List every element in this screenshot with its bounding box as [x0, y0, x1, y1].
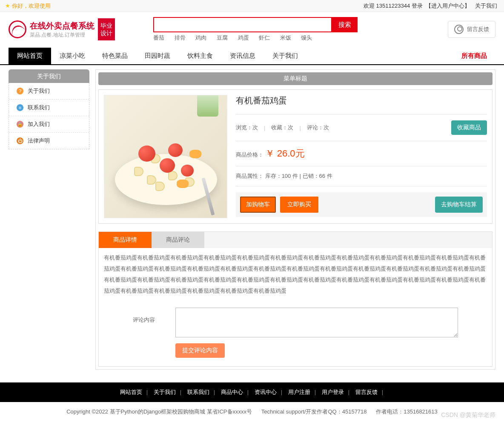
topbar: ★你好，欢迎使用 欢迎 13511223344 登录 【进入用户中心】 关于我们: [0, 0, 504, 12]
attr-row: 商品属性： 库存：100 件 | 已销：66 件: [236, 172, 487, 180]
logo-area[interactable]: 在线外卖点餐系统 菜品.点餐.地址.订单管理 毕业设计: [9, 18, 153, 40]
logo-text: 在线外卖点餐系统 菜品.点餐.地址.订单管理: [30, 20, 94, 39]
section-title: 菜单标题: [98, 72, 493, 85]
user-center-link[interactable]: 【进入用户中心】: [426, 3, 470, 9]
feedback-button[interactable]: 留言反馈: [448, 21, 495, 38]
comments-label: 评论：次: [307, 124, 329, 131]
product-info: 有机番茄鸡蛋 浏览：次 | 收藏：次 | 评论：次 收藏商品 商品价格： ￥ 2…: [236, 95, 487, 218]
site-subtitle: 菜品.点餐.地址.订单管理: [30, 31, 94, 39]
tab-comments[interactable]: 商品评论: [152, 232, 204, 248]
footer-link[interactable]: 用户登录: [322, 389, 344, 395]
product-image: [104, 95, 227, 218]
nav-item[interactable]: 特色菜品: [94, 48, 136, 64]
sidebar-item-label: 加入我们: [28, 120, 50, 128]
badge: 毕业设计: [98, 18, 115, 40]
welcome-text: ★你好，欢迎使用: [5, 0, 51, 11]
feedback-label: 留言反馈: [467, 26, 489, 33]
sidebar-title: 关于我们: [9, 69, 89, 83]
copyright-text: Copyright ©2022 基于Python的Django框架校园购物商城 …: [66, 408, 252, 415]
hotword[interactable]: 馒头: [301, 34, 312, 41]
hotword[interactable]: 米饭: [280, 34, 291, 41]
sidebar-item-label: 关于我们: [28, 87, 50, 95]
headset-icon: [454, 25, 464, 34]
price-value: ￥ 26.0元: [265, 148, 305, 159]
stock-value: 库存：100 件: [265, 173, 298, 179]
product-name: 有机番茄鸡蛋: [236, 95, 487, 106]
product-box: 有机番茄鸡蛋 浏览：次 | 收藏：次 | 评论：次 收藏商品 商品价格： ￥ 2…: [98, 89, 493, 224]
logo-icon: [9, 20, 26, 38]
footer-info: Copyright ©2022 基于Python的Django框架校园购物商城 …: [0, 402, 504, 422]
nav-home[interactable]: 网站首页: [9, 48, 51, 64]
sidebar: 关于我们 ?关于我们 ≡联系我们 🔒加入我们 ⏻法律声明: [9, 69, 89, 370]
favs-label: 收藏：次: [271, 124, 293, 131]
power-icon: ⏻: [17, 137, 23, 144]
product-description: 有机番茄鸡蛋有机番茄鸡蛋有机番茄鸡蛋有机番茄鸡蛋有机番茄鸡蛋有机番茄鸡蛋有机番茄…: [99, 248, 492, 301]
footer-link[interactable]: 留言反馈: [355, 389, 378, 395]
hotword[interactable]: 豆腐: [217, 34, 228, 41]
all-products-link[interactable]: 所有商品: [453, 48, 495, 64]
go-cart-button[interactable]: 去购物车结算: [435, 197, 483, 213]
stats-row: 浏览：次 | 收藏：次 | 评论：次 收藏商品: [236, 120, 487, 135]
sidebar-item-about[interactable]: ?关于我们: [9, 83, 89, 100]
welcome-user: 欢迎 13511223344 登录: [364, 3, 423, 9]
views-label: 浏览：次: [236, 124, 258, 131]
support-text: Technical support/开发作者QQ：45157718: [261, 408, 367, 415]
nav-item[interactable]: 凉菜小吃: [51, 48, 94, 64]
hotword[interactable]: 鸡肉: [195, 34, 206, 41]
comment-form: 评论内容 提交评论内容: [99, 301, 492, 366]
sidebar-item-legal[interactable]: ⏻法律声明: [9, 133, 89, 149]
hotword[interactable]: 虾仁: [259, 34, 270, 41]
hotword[interactable]: 排骨: [175, 34, 186, 41]
main-content: 菜单标题 有机番茄鸡蛋 浏览：次 | 收藏：次: [95, 69, 495, 370]
search-button[interactable]: 搜索: [332, 17, 358, 32]
comment-textarea[interactable]: [175, 308, 458, 337]
footer-nav: 网站首页| 关于我们| 联系我们| 商品中心| 资讯中心| 用户注册| 用户登录…: [0, 382, 504, 402]
footer-link[interactable]: 网站首页: [120, 389, 142, 395]
sidebar-item-label: 法律声明: [28, 137, 50, 145]
hotword[interactable]: 鸡蛋: [238, 34, 249, 41]
info-icon: ?: [17, 88, 23, 94]
button-row: 加购物车 立即购买 去购物车结算: [236, 192, 487, 217]
sidebar-item-contact[interactable]: ≡联系我们: [9, 100, 89, 116]
detail-box: 商品详情 商品评论 有机番茄鸡蛋有机番茄鸡蛋有机番茄鸡蛋有机番茄鸡蛋有机番茄鸡蛋…: [98, 231, 493, 367]
footer-link[interactable]: 关于我们: [154, 389, 176, 395]
favorite-button[interactable]: 收藏商品: [451, 120, 487, 135]
star-icon: ★: [5, 0, 10, 12]
tabs: 商品详情 商品评论: [99, 232, 492, 248]
lock-icon: 🔒: [17, 121, 23, 128]
footer-link[interactable]: 商品中心: [221, 389, 243, 395]
nav-item[interactable]: 关于我们: [264, 48, 306, 64]
nav-item[interactable]: 田园时蔬: [136, 48, 179, 64]
search-input[interactable]: [153, 17, 332, 32]
comment-label: 评论内容: [133, 308, 175, 324]
hotwords: 番茄 排骨 鸡肉 豆腐 鸡蛋 虾仁 米饭 馒头: [153, 34, 448, 42]
about-link[interactable]: 关于我们: [475, 3, 497, 9]
footer-link[interactable]: 资讯中心: [255, 389, 277, 395]
submit-comment-button[interactable]: 提交评论内容: [175, 343, 225, 358]
sidebar-item-join[interactable]: 🔒加入我们: [9, 116, 89, 133]
buy-now-button[interactable]: 立即购买: [280, 197, 318, 213]
footer-link[interactable]: 联系我们: [187, 389, 209, 395]
sidebar-item-label: 联系我们: [28, 104, 50, 111]
attr-label: 商品属性：: [236, 173, 263, 179]
site-title: 在线外卖点餐系统: [30, 20, 94, 31]
watermark: CSDN @黄菊华老师: [441, 411, 495, 419]
sold-value: 已销：66 件: [303, 173, 332, 179]
phone-text: 作者电话：13516821613: [376, 408, 438, 415]
nav-item[interactable]: 饮料主食: [179, 48, 221, 64]
tab-detail[interactable]: 商品详情: [99, 232, 152, 248]
footer-link[interactable]: 用户注册: [288, 389, 310, 395]
add-cart-button[interactable]: 加购物车: [240, 197, 276, 213]
nav-item[interactable]: 资讯信息: [221, 48, 264, 64]
price-row: 商品价格： ￥ 26.0元: [236, 147, 487, 160]
hotword[interactable]: 番茄: [153, 34, 164, 41]
search-area: 搜索 番茄 排骨 鸡肉 豆腐 鸡蛋 虾仁 米饭 馒头: [153, 17, 448, 42]
list-icon: ≡: [17, 104, 23, 111]
main-nav: 网站首页 凉菜小吃 特色菜品 田园时蔬 饮料主食 资讯信息 关于我们 所有商品: [0, 48, 504, 64]
price-label: 商品价格：: [236, 151, 263, 158]
header: 在线外卖点餐系统 菜品.点餐.地址.订单管理 毕业设计 搜索 番茄 排骨 鸡肉 …: [0, 12, 504, 44]
topbar-right: 欢迎 13511223344 登录 【进入用户中心】 关于我们: [364, 0, 499, 11]
